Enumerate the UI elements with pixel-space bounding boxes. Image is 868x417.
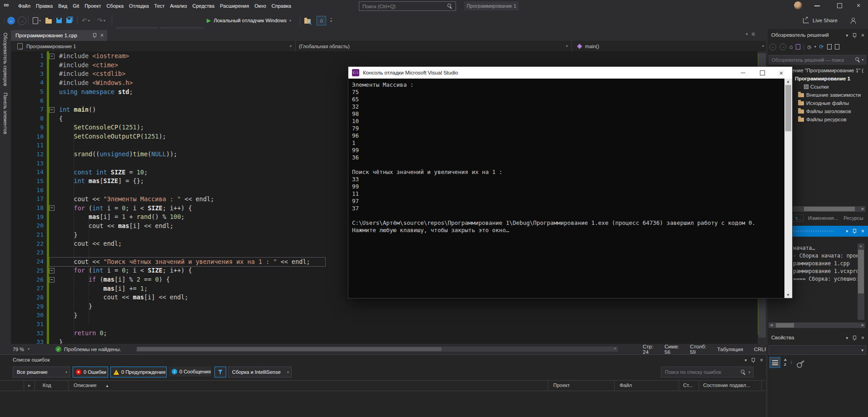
code-line-31[interactable]: 31 bbox=[11, 320, 758, 329]
pin-icon[interactable] bbox=[751, 357, 755, 363]
window-minimize-button[interactable] bbox=[814, 5, 820, 6]
build-intellisense-dropdown[interactable]: Сборка и IntelliSense▾ bbox=[228, 367, 292, 377]
error-scope-dropdown[interactable]: Все решение▾ bbox=[13, 367, 70, 377]
solution-explorer-search-box[interactable]: Обозреватель решений — поиск ▾ bbox=[769, 55, 866, 65]
file-tab[interactable]: Программирование 1.cpp × bbox=[11, 30, 107, 41]
menu-git[interactable]: Git bbox=[70, 0, 82, 12]
menu-справка[interactable]: Справка bbox=[269, 0, 294, 12]
menu-правка[interactable]: Правка bbox=[33, 0, 55, 12]
warnings-filter-button[interactable]: 0 Предупреждения bbox=[110, 367, 167, 377]
save-icon[interactable] bbox=[56, 18, 62, 23]
tab-options-icon[interactable]: ⊞ bbox=[752, 32, 755, 36]
scroll-up-icon[interactable]: ▲ bbox=[786, 79, 790, 84]
property-pages-icon[interactable] bbox=[796, 358, 805, 367]
default-sort-icon[interactable]: ▸ bbox=[28, 382, 31, 388]
menu-отладка[interactable]: Отладка bbox=[126, 0, 151, 12]
tab-output[interactable]: т... bbox=[793, 214, 804, 222]
scroll-down-icon[interactable]: ▼ bbox=[786, 293, 790, 297]
quick-search-box[interactable]: Поиск (Ctrl+Q) bbox=[359, 1, 456, 11]
code-line-30[interactable]: 30 } bbox=[11, 311, 758, 320]
tab-git-changes[interactable]: Изменения... bbox=[808, 215, 838, 221]
find-in-files-button[interactable] bbox=[304, 12, 312, 29]
toolbar-overflow-icon[interactable]: ▾ bbox=[330, 18, 332, 23]
close-icon[interactable]: × bbox=[861, 228, 864, 234]
redo-icon[interactable]: ↷ bbox=[97, 17, 103, 24]
editor-horizontal-scrollbar[interactable]: ▸ bbox=[136, 347, 618, 352]
window-maximize-button[interactable] bbox=[837, 3, 842, 8]
pin-icon[interactable] bbox=[853, 335, 857, 341]
back-icon[interactable]: ← bbox=[769, 44, 776, 50]
pin-icon[interactable] bbox=[853, 228, 857, 234]
output-horizontal-scrollbar[interactable]: ◀ ▶ bbox=[769, 323, 865, 328]
console-scrollbar[interactable]: ▲ ▼ bbox=[784, 79, 792, 298]
navigate-back-button[interactable]: ← bbox=[7, 17, 15, 25]
error-list-search-box[interactable]: Поиск по списку ошибок ▾ bbox=[661, 367, 754, 377]
messages-filter-button[interactable]: i 0 Сообщения bbox=[169, 367, 212, 377]
user-avatar[interactable] bbox=[794, 1, 802, 10]
console-output[interactable]: Элементы Массива :7565329810799619936 По… bbox=[348, 79, 784, 298]
menu-средства[interactable]: Средства bbox=[189, 0, 217, 12]
server-explorer-vertical-tab[interactable]: Обозреватель серверов bbox=[3, 33, 8, 86]
home-icon[interactable]: ⌂ bbox=[789, 44, 793, 50]
forward-icon[interactable]: → bbox=[779, 44, 786, 50]
column-file[interactable]: Файл bbox=[620, 382, 632, 388]
menu-вид[interactable]: Вид bbox=[55, 0, 70, 12]
fold-toggle-icon[interactable] bbox=[49, 205, 55, 211]
breadcrumb-scope-dropdown[interactable]: (Глобальная область) ▾ bbox=[295, 41, 572, 51]
console-close-button[interactable]: × bbox=[772, 67, 790, 79]
zoom-level-dropdown[interactable]: 79 %▾ bbox=[13, 347, 40, 352]
fold-toggle-icon[interactable] bbox=[49, 277, 55, 283]
menu-файл[interactable]: Файл bbox=[15, 0, 33, 12]
refresh-icon[interactable]: ⟳ bbox=[819, 44, 824, 50]
properties-object-dropdown[interactable]: ▾ bbox=[769, 345, 866, 355]
column-suppression-state[interactable]: Состояние подавл... bbox=[703, 382, 750, 388]
pin-icon[interactable] bbox=[93, 33, 97, 38]
console-maximize-button[interactable] bbox=[753, 67, 771, 79]
code-line-1[interactable]: 1#include <iostream> bbox=[11, 51, 758, 60]
window-close-button[interactable]: × bbox=[857, 2, 860, 9]
live-share-button[interactable]: Live Share bbox=[803, 12, 838, 29]
toolbar-grip[interactable]: ⋮ bbox=[2, 18, 6, 24]
categorized-view-icon[interactable] bbox=[769, 357, 780, 368]
menu-тест[interactable]: Тест bbox=[152, 0, 168, 12]
pin-icon[interactable] bbox=[853, 33, 857, 38]
breadcrumb-symbol-dropdown[interactable]: main() ▾ bbox=[571, 41, 768, 51]
pending-changes-icon[interactable]: ◷ bbox=[807, 45, 811, 50]
collapse-all-icon[interactable] bbox=[827, 44, 832, 50]
start-debugging-button[interactable]: ▶ Локальный отладчик Windows▾ bbox=[207, 12, 291, 29]
menu-сборка[interactable]: Сборка bbox=[104, 0, 126, 12]
code-line-33[interactable]: 33} bbox=[11, 338, 758, 344]
menu-анализ[interactable]: Анализ bbox=[167, 0, 189, 12]
fold-toggle-icon[interactable] bbox=[49, 107, 55, 113]
chevron-down-icon[interactable]: ▾ bbox=[846, 33, 848, 38]
feedback-person-icon[interactable] bbox=[850, 18, 856, 23]
close-icon[interactable]: × bbox=[861, 33, 864, 38]
undo-icon[interactable]: ↶ bbox=[82, 17, 87, 24]
active-files-dropdown-icon[interactable]: ▾ bbox=[746, 32, 748, 36]
column-project[interactable]: Проект bbox=[553, 382, 570, 388]
console-title-bar[interactable]: C:\ Консоль отладки Microsoft Visual Stu… bbox=[348, 67, 792, 79]
alphabetical-sort-icon[interactable]: AZ↓ bbox=[784, 357, 793, 367]
menu-расширения[interactable]: Расширения bbox=[217, 0, 252, 12]
debug-console-window[interactable]: C:\ Консоль отладки Microsoft Visual Stu… bbox=[348, 66, 793, 298]
navigate-forward-button[interactable]: → bbox=[18, 16, 26, 25]
filter-button[interactable] bbox=[214, 367, 226, 377]
fold-toggle-icon[interactable] bbox=[49, 268, 55, 273]
column-code[interactable]: Код bbox=[43, 382, 51, 388]
menu-проект[interactable]: Проект bbox=[82, 0, 104, 12]
menu-окно[interactable]: Окно bbox=[252, 0, 269, 12]
close-icon[interactable]: × bbox=[760, 357, 763, 363]
chevron-down-icon[interactable]: ▾ bbox=[744, 358, 747, 362]
code-line-29[interactable]: 29 } bbox=[11, 302, 758, 311]
output-vertical-scrollbar[interactable]: ▲ bbox=[858, 243, 864, 320]
breadcrumb-project-dropdown[interactable]: Программирование 1 ▾ bbox=[11, 41, 296, 51]
chevron-down-icon[interactable]: ▾ bbox=[846, 336, 848, 340]
chevron-down-icon[interactable]: ▾ bbox=[846, 229, 848, 233]
errors-filter-button[interactable]: × 0 Ошибки bbox=[73, 367, 108, 377]
console-minimize-button[interactable] bbox=[734, 67, 752, 79]
tab-resources[interactable]: Ресурсы bbox=[843, 215, 863, 221]
new-file-icon[interactable] bbox=[33, 17, 38, 24]
fold-toggle-icon[interactable] bbox=[49, 54, 55, 59]
home-icon[interactable]: ⌂ bbox=[317, 16, 326, 25]
show-all-files-icon[interactable] bbox=[835, 44, 839, 50]
